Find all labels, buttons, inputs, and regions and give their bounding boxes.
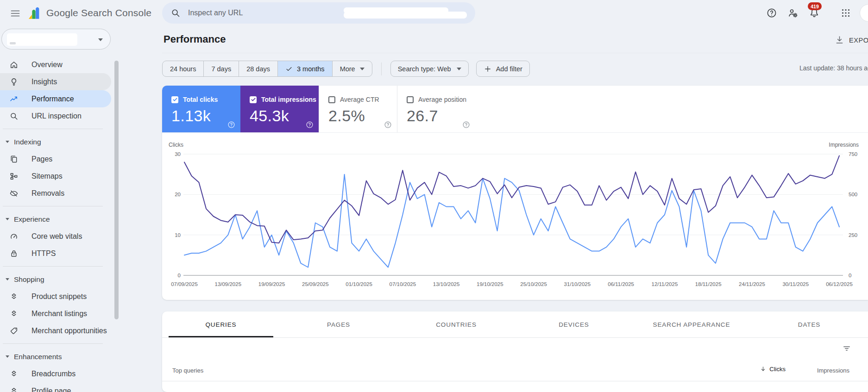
search-input[interactable] (188, 9, 327, 17)
table-header-row: Top queries Clicks Impressions (162, 359, 868, 381)
sidebar-scrollbar[interactable] (114, 61, 119, 319)
speed-icon (9, 232, 19, 241)
sidebar-item-label: Sitemaps (31, 172, 63, 180)
sidebar-item-product-snippets[interactable]: Product snippets (0, 288, 111, 305)
column-clicks-sort[interactable]: Clicks (760, 366, 786, 373)
range-label: More (340, 65, 355, 73)
export-button[interactable]: EXPORT (835, 35, 868, 45)
redacted-url (344, 12, 467, 19)
svg-text:18/11/2025: 18/11/2025 (695, 281, 722, 287)
range-button-3-months[interactable]: 3 months (277, 61, 332, 76)
sidebar-item-label: Pages (31, 155, 52, 163)
tab-dates[interactable]: DATES (750, 311, 868, 337)
svg-text:Clicks: Clicks (169, 142, 183, 148)
range-button-28-days[interactable]: 28 days (239, 61, 277, 76)
url-inspect-searchbar[interactable] (162, 2, 475, 24)
sidebar-section-experience[interactable]: Experience (0, 211, 111, 228)
help-button[interactable] (762, 4, 781, 22)
last-update-text: Last update: 38 hours ago (799, 64, 868, 72)
performance-chart: ClicksImpressions0102030025050075007/09/… (162, 86, 868, 300)
svg-text:24/11/2025: 24/11/2025 (739, 281, 765, 287)
svg-text:13/10/2025: 13/10/2025 (433, 281, 460, 287)
range-button-7-days[interactable]: 7 days (203, 61, 239, 76)
add-filter-button[interactable]: Add filter (476, 61, 530, 77)
svg-text:07/10/2025: 07/10/2025 (390, 281, 416, 287)
svg-text:500: 500 (849, 192, 857, 197)
range-label: 24 hours (170, 65, 196, 73)
column-impressions[interactable]: Impressions (817, 367, 849, 374)
sidebar-item-breadcrumbs[interactable]: Breadcrumbs (0, 365, 111, 382)
svg-text:01/10/2025: 01/10/2025 (346, 281, 372, 287)
range-button-more[interactable]: More (332, 61, 372, 76)
filter-bar: 24 hours7 days28 days3 monthsMore Search… (162, 61, 530, 77)
trending-up-icon (9, 94, 19, 104)
sidebar-item-insights[interactable]: Insights (0, 73, 111, 90)
export-label: EXPORT (849, 37, 868, 44)
help-icon (766, 7, 777, 19)
sidebar-section-enhancements[interactable]: Enhancements (0, 348, 111, 365)
tab-devices[interactable]: DEVICES (515, 311, 633, 337)
sidebar-item-label: Merchant opportunities (31, 327, 107, 335)
column-clicks-label: Clicks (769, 366, 786, 373)
sidebar-item-label: Product snippets (31, 292, 87, 301)
sidebar-item-profile-page[interactable]: Profile page (0, 382, 111, 392)
sidebar-item-removals[interactable]: Removals (0, 185, 111, 202)
search-type-button[interactable]: Search type: Web (390, 61, 469, 77)
google-apps-button[interactable] (837, 4, 855, 22)
dimension-tabs: QUERIESPAGESCOUNTRIESDEVICESSEARCH APPEA… (162, 311, 868, 338)
sidebar-item-pages[interactable]: Pages (0, 150, 111, 168)
plus-icon (484, 65, 492, 73)
svg-text:07/09/2025: 07/09/2025 (171, 281, 198, 287)
chevron-down-icon (457, 68, 461, 70)
sidebar-item-merchant-opportunities[interactable]: Merchant opportunities (0, 322, 111, 339)
app-logo[interactable]: Google Search Console (25, 4, 151, 22)
sidebar-divider (3, 206, 103, 206)
tab-label: DATES (798, 321, 821, 328)
sidebar-item-url-inspection[interactable]: URL inspection (0, 107, 111, 124)
property-selector[interactable] (1, 29, 111, 50)
account-avatar[interactable] (860, 4, 868, 22)
sidebar-item-merchant-listings[interactable]: Merchant listings (0, 305, 111, 322)
sidebar-section-label: Experience (14, 215, 50, 224)
notifications-button[interactable]: 419 (805, 4, 824, 22)
dimensions-panel: QUERIESPAGESCOUNTRIESDEVICESSEARCH APPEA… (162, 311, 868, 392)
svg-text:31/10/2025: 31/10/2025 (564, 281, 591, 287)
sidebar-nav: OverviewInsightsPerformanceURL inspectio… (0, 56, 111, 392)
search-console-logo-icon (25, 4, 43, 22)
page-title: Performance (164, 33, 226, 45)
notifications-badge: 419 (808, 2, 822, 10)
date-range-group: 24 hours7 days28 days3 monthsMore (162, 61, 372, 77)
sidebar-section-indexing[interactable]: Indexing (0, 133, 111, 150)
search-type-label: Search type: Web (398, 65, 451, 73)
tab-search-appearance[interactable]: SEARCH APPEARANCE (633, 311, 750, 337)
manage-users-button[interactable] (784, 4, 802, 22)
sidebar-section-label: Indexing (14, 138, 41, 146)
chevron-down-icon (6, 141, 9, 143)
redacted-property-name (7, 33, 77, 46)
home-icon (9, 60, 19, 69)
filter-list-icon[interactable] (842, 344, 851, 353)
svg-text:0: 0 (178, 273, 181, 278)
range-button-24-hours[interactable]: 24 hours (163, 61, 203, 76)
svg-text:0: 0 (849, 273, 851, 278)
sidebar-section-label: Enhancements (14, 353, 62, 361)
svg-text:12/11/2025: 12/11/2025 (652, 281, 678, 287)
tab-queries[interactable]: QUERIES (162, 311, 280, 337)
svg-text:750: 750 (849, 151, 857, 157)
menu-button[interactable] (7, 6, 23, 21)
tab-pages[interactable]: PAGES (280, 311, 397, 337)
tab-countries[interactable]: COUNTRIES (397, 311, 515, 337)
active-tab-underline (169, 336, 273, 337)
sidebar-item-performance[interactable]: Performance (0, 90, 111, 107)
lightbulb-icon (9, 77, 19, 87)
range-label: 7 days (211, 65, 231, 73)
add-filter-label: Add filter (496, 65, 522, 73)
sidebar-item-core-web-vitals[interactable]: Core web vitals (0, 228, 111, 245)
sidebar-item-sitemaps[interactable]: Sitemaps (0, 168, 111, 185)
sidebar-item-label: Performance (31, 95, 74, 103)
tab-label: DEVICES (559, 321, 589, 328)
sidebar-item-overview[interactable]: Overview (0, 56, 111, 73)
sidebar-section-shopping[interactable]: Shopping (0, 271, 111, 288)
lock-icon (9, 249, 19, 258)
sidebar-item-https[interactable]: HTTPS (0, 245, 111, 262)
